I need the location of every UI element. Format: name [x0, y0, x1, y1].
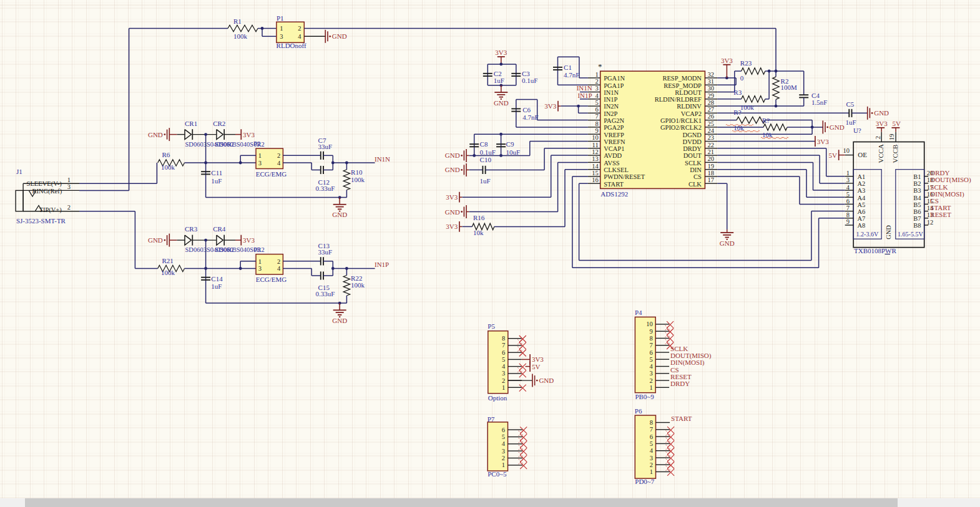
svg-text:CR2: CR2: [213, 120, 225, 127]
svg-text:P2: P2: [253, 140, 261, 147]
svg-text:ECG/EMG: ECG/EMG: [256, 276, 287, 283]
svg-text:R6: R6: [162, 151, 170, 158]
svg-text:31: 31: [707, 78, 714, 85]
svg-text:13: 13: [592, 155, 599, 162]
svg-text:1uF: 1uF: [211, 282, 222, 290]
svg-text:2: 2: [650, 461, 653, 468]
svg-text:8: 8: [649, 335, 652, 342]
svg-text:4: 4: [649, 363, 653, 370]
svg-text:12: 12: [927, 219, 934, 226]
svg-text:12: 12: [592, 148, 599, 155]
svg-text:START: START: [930, 204, 951, 211]
svg-text:14: 14: [592, 163, 599, 170]
svg-text:2: 2: [277, 152, 280, 159]
svg-text:B7: B7: [913, 215, 921, 222]
svg-text:3V3: 3V3: [544, 102, 556, 110]
svg-text:GND: GND: [494, 99, 509, 107]
svg-text:6: 6: [649, 349, 652, 356]
svg-text:7: 7: [502, 342, 505, 349]
svg-text:1.5nF: 1.5nF: [811, 99, 827, 106]
svg-text:8: 8: [502, 335, 505, 342]
svg-text:9: 9: [649, 328, 652, 335]
svg-text:GND: GND: [720, 239, 735, 247]
svg-text:R?: R?: [762, 117, 770, 124]
svg-text:B1: B1: [913, 173, 921, 180]
svg-text:A3: A3: [858, 187, 866, 194]
svg-text:11: 11: [592, 142, 599, 148]
svg-text:100k: 100k: [740, 104, 755, 111]
svg-text:1: 1: [650, 468, 653, 475]
svg-text:C6: C6: [522, 106, 531, 113]
svg-text:START: START: [604, 181, 624, 188]
svg-text:ECG/EMG: ECG/EMG: [256, 170, 287, 178]
svg-text:CS: CS: [693, 173, 702, 180]
svg-text:8: 8: [846, 211, 850, 218]
svg-text:R22: R22: [351, 274, 362, 282]
svg-text:17: 17: [707, 176, 714, 183]
svg-text:1: 1: [502, 461, 505, 468]
svg-text:2: 2: [277, 258, 280, 265]
svg-text:P6: P6: [635, 407, 642, 415]
svg-text:GND: GND: [332, 211, 347, 218]
svg-text:1uF: 1uF: [211, 177, 222, 185]
svg-text:PD0~7: PD0~7: [635, 478, 655, 485]
svg-text:1: 1: [649, 384, 652, 391]
svg-text:GND: GND: [148, 131, 163, 138]
svg-text:3: 3: [280, 33, 283, 40]
svg-text:DRDY: DRDY: [683, 145, 702, 152]
svg-text:24: 24: [707, 127, 714, 134]
svg-text:R16: R16: [473, 214, 485, 221]
svg-text:GND: GND: [885, 225, 892, 239]
svg-text:P3: P3: [253, 246, 261, 253]
svg-text:ADS1292: ADS1292: [600, 190, 628, 198]
svg-text:5: 5: [502, 356, 505, 363]
svg-text:SCLK: SCLK: [685, 160, 702, 167]
svg-text:PGA2P: PGA2P: [604, 124, 624, 131]
svg-text:GPIO1/RCLK1: GPIO1/RCLK1: [660, 117, 702, 124]
svg-text:19: 19: [888, 134, 895, 141]
svg-text:2: 2: [298, 25, 301, 32]
svg-text:VCCA: VCCA: [877, 144, 884, 163]
svg-text:0.1uF: 0.1uF: [480, 148, 496, 156]
svg-text:SCLK: SCLK: [930, 183, 948, 191]
svg-text:100k: 100k: [161, 163, 175, 171]
svg-text:5: 5: [595, 99, 598, 106]
svg-text:C11: C11: [211, 169, 222, 176]
svg-text:GPIO2/RCLK2: GPIO2/RCLK2: [660, 124, 702, 131]
svg-text:4: 4: [502, 363, 506, 370]
svg-text:P1: P1: [277, 14, 284, 22]
svg-text:CR3: CR3: [185, 225, 198, 233]
svg-text:7: 7: [650, 426, 653, 433]
svg-text:IN1P: IN1P: [577, 92, 592, 99]
svg-text:33uF: 33uF: [318, 143, 333, 150]
svg-text:PAG2N: PAG2N: [604, 117, 624, 124]
svg-text:GND: GND: [148, 236, 163, 244]
svg-text:26: 26: [707, 113, 714, 120]
svg-text:7: 7: [649, 342, 652, 349]
svg-text:100k: 100k: [161, 269, 175, 276]
svg-text:R3: R3: [733, 89, 742, 96]
svg-text:R10: R10: [351, 168, 363, 176]
svg-text:GND: GND: [332, 317, 347, 324]
svg-text:P7: P7: [488, 415, 495, 423]
svg-text:9: 9: [846, 218, 850, 225]
svg-text:0.33uF: 0.33uF: [316, 185, 335, 192]
svg-text:DRDY: DRDY: [670, 380, 690, 387]
svg-text:B8: B8: [913, 222, 921, 229]
svg-text:U?: U?: [853, 127, 861, 134]
svg-text:RLDOnoff: RLDOnoff: [277, 42, 306, 49]
svg-text:CLK: CLK: [688, 181, 702, 188]
svg-text:1: 1: [846, 170, 850, 176]
svg-text:R1: R1: [233, 17, 242, 25]
svg-text:IN1N: IN1N: [577, 84, 592, 92]
svg-text:3: 3: [67, 183, 71, 190]
svg-text:RLDINV: RLDINV: [677, 103, 702, 110]
svg-text:IN2N: IN2N: [604, 103, 619, 110]
svg-text:DGND: DGND: [683, 132, 702, 138]
svg-text:CS: CS: [670, 366, 679, 374]
svg-text:VCAP1: VCAP1: [604, 145, 624, 152]
svg-text:100k: 100k: [233, 32, 248, 40]
svg-text:1: 1: [67, 176, 71, 183]
svg-text:2: 2: [67, 204, 71, 211]
svg-text:IN1N: IN1N: [604, 89, 619, 96]
